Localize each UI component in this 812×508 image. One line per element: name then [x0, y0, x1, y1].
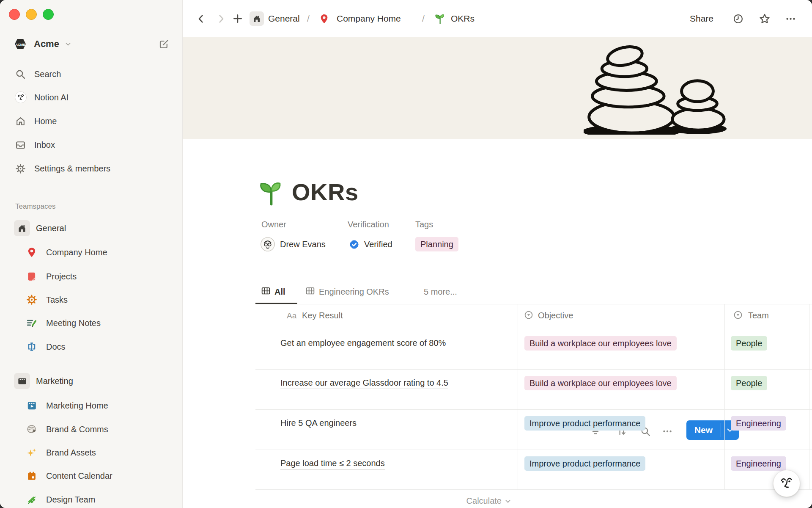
more-options-icon[interactable]	[785, 0, 796, 37]
sidebar-item-tasks[interactable]: Tasks	[0, 291, 183, 308]
sidebar-item-projects[interactable]: Projects	[0, 268, 183, 285]
inbox-icon	[15, 140, 26, 150]
more-views-button[interactable]: 5 more...	[424, 287, 457, 297]
sidebar-item-settings[interactable]: Settings & members	[0, 160, 183, 177]
active-tab-underline	[255, 303, 297, 304]
share-button[interactable]: Share	[690, 0, 713, 37]
sidebar-item-company-home[interactable]: Company Home	[0, 244, 183, 261]
close-window-button[interactable]	[9, 9, 20, 20]
clapperboard-icon	[14, 373, 30, 389]
topbar: General / Company Home / OKRs Share	[183, 0, 812, 37]
sidebar-item-design-team[interactable]: Design Team	[0, 491, 183, 508]
calculate-footer[interactable]: Calculate	[255, 496, 512, 506]
svg-text:ACME: ACME	[15, 43, 25, 47]
column-divider[interactable]	[518, 304, 518, 489]
column-header-key-result[interactable]: Key Result	[302, 311, 343, 320]
teamspaces-section-header[interactable]: Teamspaces	[0, 198, 183, 215]
stacked-stones-illustration	[584, 45, 753, 135]
gear-icon	[15, 163, 26, 174]
team-pill[interactable]: People	[731, 376, 767, 390]
table-view-icon	[261, 286, 271, 298]
objective-pill[interactable]: Improve product performance	[524, 416, 645, 431]
key-result-title[interactable]: Increase our average Glassdoor rating to…	[280, 378, 448, 389]
sidebar-item-label: Settings & members	[34, 164, 110, 174]
breadcrumb-sprout-icon[interactable]	[434, 0, 445, 37]
blue-clapper-icon	[26, 400, 37, 411]
sidebar-item-home[interactable]: Home	[0, 113, 183, 130]
sidebar-item-general[interactable]: General	[0, 220, 183, 237]
search-icon	[15, 69, 26, 80]
breadcrumb-separator: /	[422, 0, 425, 37]
tab-engineering-okrs[interactable]: Engineering OKRs	[305, 286, 389, 298]
chevron-down-icon	[64, 40, 72, 48]
sidebar-item-marketing[interactable]: Marketing	[0, 373, 183, 389]
notion-ai-float-button[interactable]	[773, 470, 800, 497]
page-cover[interactable]	[183, 37, 812, 139]
sidebar-item-brand-assets[interactable]: Brand Assets	[0, 444, 183, 461]
owner-avatar	[261, 237, 275, 253]
sidebar: ACME Acme Search Notion AI Home Inbox Se…	[0, 0, 183, 508]
column-divider[interactable]	[809, 304, 809, 489]
column-divider[interactable]	[724, 304, 725, 489]
breadcrumb-okrs[interactable]: OKRs	[451, 0, 475, 37]
breadcrumb-pin-icon[interactable]	[319, 0, 329, 37]
breadcrumb-company-home[interactable]: Company Home	[337, 0, 401, 37]
sidebar-item-meeting-notes[interactable]: Meeting Notes	[0, 315, 183, 331]
breadcrumb-general-icon[interactable]	[250, 0, 264, 37]
key-result-title[interactable]: Get an employee engagement score of 80%	[280, 338, 446, 349]
property-label-tags[interactable]: Tags	[415, 220, 433, 229]
column-header-team[interactable]: Team	[748, 311, 769, 320]
tag-pill-planning[interactable]: Planning	[415, 237, 458, 251]
sidebar-item-docs[interactable]: Docs	[0, 338, 183, 355]
red-book-icon	[26, 271, 37, 282]
property-label-verification[interactable]: Verification	[348, 220, 389, 229]
page-title[interactable]: OKRs	[292, 178, 359, 206]
property-label-owner[interactable]: Owner	[261, 220, 286, 229]
zoom-window-button[interactable]	[43, 9, 54, 20]
notion-window: ACME Acme Search Notion AI Home Inbox Se…	[0, 0, 812, 508]
sidebar-item-brand-comms[interactable]: Brand & Comms	[0, 421, 183, 438]
clock-icon[interactable]	[732, 0, 744, 37]
star-icon[interactable]	[759, 0, 771, 37]
objective-pill[interactable]: Improve product performance	[524, 456, 645, 471]
minimize-window-button[interactable]	[26, 9, 37, 20]
text-property-icon: Aa	[287, 311, 296, 320]
breadcrumb-separator: /	[307, 0, 310, 37]
sidebar-item-label: Home	[34, 116, 57, 126]
workspace-switcher[interactable]: ACME Acme	[0, 36, 183, 52]
location-pin-icon	[26, 247, 37, 258]
key-result-title[interactable]: Page load time ≤ 2 seconds	[280, 458, 385, 469]
select-property-icon	[733, 310, 743, 322]
page-icon-sprout[interactable]	[257, 179, 284, 208]
forward-button[interactable]	[215, 0, 227, 37]
key-result-title[interactable]: Hire 5 QA engineers	[280, 418, 357, 429]
sidebar-item-notion-ai[interactable]: Notion AI	[0, 89, 183, 106]
docs-icon	[26, 341, 37, 352]
objective-pill[interactable]: Build a workplace our employees love	[524, 376, 677, 390]
back-button[interactable]	[195, 0, 207, 37]
owner-value[interactable]: Drew Evans	[280, 240, 326, 249]
tab-all[interactable]: All	[261, 286, 285, 298]
verified-badge-icon	[348, 239, 360, 252]
ship-wheel-icon	[26, 294, 37, 305]
verification-value[interactable]: Verified	[364, 240, 392, 249]
compose-icon[interactable]	[158, 39, 170, 50]
view-options-icon[interactable]	[661, 425, 673, 437]
header-divider	[255, 330, 812, 330]
add-page-icon[interactable]	[232, 0, 243, 37]
sidebar-item-search[interactable]: Search	[0, 66, 183, 83]
column-header-objective[interactable]: Objective	[538, 311, 573, 320]
objective-pill[interactable]: Build a workplace our employees love	[524, 336, 677, 351]
team-pill[interactable]: Engineering	[731, 416, 786, 431]
shell-icon	[26, 424, 37, 435]
sidebar-item-inbox[interactable]: Inbox	[0, 136, 183, 153]
team-pill[interactable]: Engineering	[731, 456, 786, 471]
breadcrumb-general[interactable]: General	[268, 0, 300, 37]
table-view-icon	[305, 286, 315, 298]
sidebar-item-content-calendar[interactable]: Content Calendar	[0, 467, 183, 484]
sidebar-item-marketing-home[interactable]: Marketing Home	[0, 397, 183, 414]
sparkles-icon	[26, 447, 37, 458]
workspace-logo: ACME	[14, 38, 27, 50]
select-property-icon	[524, 310, 534, 322]
team-pill[interactable]: People	[731, 336, 767, 351]
